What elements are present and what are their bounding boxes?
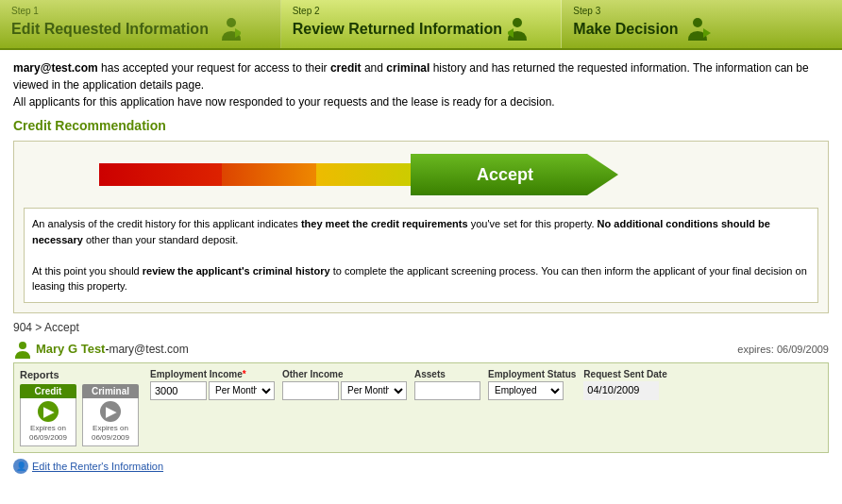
svg-point-6 bbox=[19, 342, 26, 349]
info-text: mary@test.com has accepted your request … bbox=[13, 59, 829, 110]
reports-table: Reports Credit ▶ Expires on 06/09/2009 bbox=[13, 362, 829, 454]
applicant-info: Mary G Test - mary@test.com bbox=[13, 340, 189, 359]
main-content: mary@test.com has accepted your request … bbox=[0, 50, 842, 483]
assets-label: Assets bbox=[414, 369, 480, 379]
svg-point-4 bbox=[693, 18, 702, 27]
step-1-number: Step 1 bbox=[11, 6, 269, 16]
edit-person-icon: 👤 bbox=[13, 459, 28, 474]
request-sent-value: 04/10/2009 bbox=[583, 381, 659, 400]
employment-income-fields: Per Month Per Year Per Week bbox=[150, 381, 275, 400]
employment-income-group: Employment Income* Per Month Per Year Pe… bbox=[150, 369, 275, 400]
reports-inner: Reports Credit ▶ Expires on 06/09/2009 bbox=[20, 369, 822, 447]
bar-green: Accept bbox=[411, 154, 618, 195]
report-cards: Credit ▶ Expires on 06/09/2009 Criminal bbox=[20, 384, 139, 447]
criminal-arrow-icon[interactable]: ▶ bbox=[100, 401, 121, 422]
employment-status-label: Employment Status bbox=[488, 369, 576, 379]
step-3-title: Make Decision bbox=[573, 16, 831, 42]
applicant-email-bold: mary@test.com bbox=[13, 61, 98, 75]
credit-expires: Expires on 06/09/2009 bbox=[29, 424, 67, 444]
credit-report-card[interactable]: Credit ▶ Expires on 06/09/2009 bbox=[20, 384, 76, 447]
step-1-title: Edit Requested Information bbox=[11, 16, 269, 42]
employment-status-select[interactable]: Employed Unemployed Self-Employed Retire… bbox=[488, 381, 564, 400]
credit-box: Accept An analysis of the credit history… bbox=[13, 141, 829, 313]
step-2-number: Step 2 bbox=[293, 6, 550, 16]
other-income-fields: Per Month Per Year Per Week bbox=[282, 381, 407, 400]
bar-red bbox=[99, 163, 222, 186]
svg-point-2 bbox=[513, 18, 522, 27]
svg-marker-5 bbox=[703, 28, 711, 38]
edit-renter-link[interactable]: Edit the Renter's Information bbox=[32, 461, 163, 472]
analysis-bold1: they meet the credit requirements bbox=[301, 218, 468, 229]
applicant-person-icon bbox=[13, 340, 32, 359]
score-bar-track: Accept bbox=[99, 163, 665, 186]
score-bar-container: Accept bbox=[24, 151, 818, 198]
info-line2: All applicants for this application have… bbox=[13, 95, 555, 109]
step-1[interactable]: Step 1 Edit Requested Information bbox=[0, 0, 281, 48]
step-2[interactable]: Step 2 Review Returned Information bbox=[281, 0, 563, 48]
step-3-number: Step 3 bbox=[573, 6, 831, 16]
applicant-name: Mary G Test bbox=[36, 342, 105, 356]
credit-card-header: Credit bbox=[20, 384, 76, 398]
employment-income-period-select[interactable]: Per Month Per Year Per Week bbox=[209, 381, 275, 400]
other-income-group: Other Income Per Month Per Year Per Week bbox=[282, 369, 407, 400]
criminal-card-header: Criminal bbox=[82, 384, 139, 398]
svg-point-0 bbox=[227, 18, 236, 27]
expires-text: expires: 06/09/2009 bbox=[737, 344, 829, 355]
criminal-bold: criminal bbox=[386, 61, 429, 75]
bar-orange bbox=[222, 163, 316, 186]
steps-header: Step 1 Edit Requested Information Step 2… bbox=[0, 0, 842, 50]
other-income-input[interactable] bbox=[282, 381, 339, 400]
bar-yellow bbox=[316, 163, 411, 186]
criminal-report-card[interactable]: Criminal ▶ Expires on 06/09/2009 bbox=[82, 384, 139, 447]
criminal-expires: Expires on 06/09/2009 bbox=[92, 424, 129, 444]
applicant-row: Mary G Test - mary@test.com expires: 06/… bbox=[13, 340, 829, 359]
score-label: 904 > Accept bbox=[13, 321, 829, 334]
step-2-title: Review Returned Information bbox=[293, 16, 550, 42]
applicant-email: mary@test.com bbox=[109, 343, 188, 356]
credit-arrow-icon[interactable]: ▶ bbox=[38, 401, 59, 422]
other-income-period-select[interactable]: Per Month Per Year Per Week bbox=[341, 381, 407, 400]
credit-card-body: ▶ Expires on 06/09/2009 bbox=[20, 398, 76, 447]
credit-recommendation-title: Credit Recommendation bbox=[13, 118, 829, 133]
assets-group: Assets bbox=[414, 369, 480, 400]
criminal-card-body: ▶ Expires on 06/09/2009 bbox=[82, 398, 139, 447]
credit-bold: credit bbox=[330, 61, 362, 75]
employment-income-label: Employment Income* bbox=[150, 369, 275, 379]
reports-label: Reports bbox=[20, 369, 139, 380]
criminal-history-bold: review the applicant's criminal history bbox=[143, 265, 330, 277]
accept-label: Accept bbox=[477, 165, 533, 185]
request-sent-label: Request Sent Date bbox=[583, 369, 666, 379]
reports-section: Reports Credit ▶ Expires on 06/09/2009 bbox=[20, 369, 139, 447]
form-fields: Employment Income* Per Month Per Year Pe… bbox=[150, 369, 822, 400]
edit-link-row: 👤 Edit the Renter's Information bbox=[13, 459, 829, 474]
step-3[interactable]: Step 3 Make Decision bbox=[562, 0, 842, 48]
assets-input[interactable] bbox=[414, 381, 480, 400]
step-2-person-icon bbox=[508, 16, 534, 42]
employment-income-input[interactable] bbox=[150, 381, 207, 400]
employment-status-group: Employment Status Employed Unemployed Se… bbox=[488, 369, 576, 400]
analysis-text: An analysis of the credit history for th… bbox=[24, 208, 818, 303]
other-income-label: Other Income bbox=[282, 369, 407, 379]
request-sent-group: Request Sent Date 04/10/2009 bbox=[583, 369, 666, 400]
step-3-person-icon bbox=[684, 16, 711, 42]
step-1-person-icon bbox=[214, 16, 241, 42]
